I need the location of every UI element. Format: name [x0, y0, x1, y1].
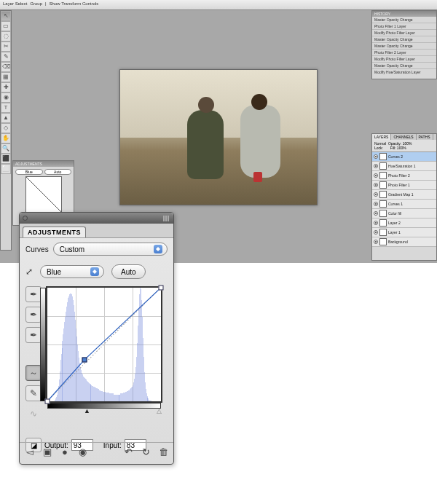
close-dot-icon[interactable]	[23, 216, 28, 221]
panel-grip-icon[interactable]	[31, 216, 173, 221]
tool-11[interactable]: ◇	[1, 123, 11, 133]
layer-row[interactable]: Hue/Saturation 1	[372, 162, 436, 171]
opt2[interactable]: Group	[30, 1, 42, 8]
panel-header[interactable]	[20, 213, 173, 224]
visibility-icon[interactable]: ◉	[76, 446, 88, 458]
visibility-icon[interactable]	[374, 240, 378, 244]
layer-name: Hue/Saturation 1	[388, 164, 416, 168]
tool-6[interactable]: ▦	[1, 72, 11, 82]
curves-label: Curves	[25, 245, 49, 253]
history-panel[interactable]: HISTORY Master Opacity ChangePhoto Filte…	[371, 10, 437, 79]
tool-13[interactable]: 🔍	[1, 143, 11, 154]
history-item[interactable]: Photo Filter 2 Layer	[372, 50, 436, 56]
fill-value[interactable]: Fill: 100%	[390, 146, 406, 150]
prev-state-icon[interactable]: ↶	[122, 446, 134, 458]
tool-2[interactable]: ◌	[1, 31, 11, 42]
preset-select[interactable]: Custom	[53, 243, 168, 256]
layer-row[interactable]: Curves 1	[372, 200, 436, 209]
tool-7[interactable]: ✚	[1, 82, 11, 92]
tab-paths[interactable]: PATHS	[417, 134, 433, 140]
history-item[interactable]: Modify Photo Filter Layer	[372, 30, 436, 36]
layer-thumb	[379, 153, 387, 160]
layer-row[interactable]: Layer 2	[372, 218, 436, 228]
tool-3[interactable]: ✂	[1, 42, 11, 52]
history-item[interactable]: Modify Hue/Saturation Layer	[372, 69, 436, 75]
curve-point[interactable]	[45, 399, 50, 404]
tab-channels[interactable]: CHANNELS	[391, 134, 416, 140]
layer-row[interactable]: Photo Filter 1	[372, 181, 436, 190]
mini-adj-title: ADJUSTMENTS	[13, 161, 74, 167]
visibility-icon[interactable]	[374, 154, 378, 159]
eyedropper-black-icon[interactable]: ✒	[25, 286, 42, 302]
mini-curve[interactable]	[25, 176, 62, 213]
tool-12[interactable]: ✋	[1, 133, 11, 143]
eyedropper-white-icon[interactable]: ✒	[25, 327, 42, 343]
layer-row[interactable]: Layer 1	[372, 228, 436, 237]
mini-auto[interactable]: Auto	[44, 169, 72, 175]
tool-9[interactable]: T	[1, 103, 11, 113]
visibility-icon[interactable]	[374, 183, 378, 187]
layers-panel[interactable]: LAYERS CHANNELS PATHS Normal Opacity: 10…	[371, 133, 437, 261]
mini-channel[interactable]: Blue	[15, 169, 43, 175]
targeted-adjust-icon[interactable]: ⤢	[25, 267, 33, 277]
layer-row[interactable]: Photo Filter 2	[372, 171, 436, 181]
layer-name: Curves 1	[388, 202, 403, 206]
layer-row[interactable]: Color fill	[372, 209, 436, 218]
panel-footer: ◅ ▣ ● ◉ ↶ ↻ 🗑	[20, 442, 173, 461]
channel-select[interactable]: Blue	[40, 265, 104, 278]
visibility-icon[interactable]	[374, 221, 378, 225]
expand-icon[interactable]: ▣	[42, 446, 53, 458]
auto-button[interactable]: Auto	[111, 264, 146, 279]
chevron-updown-icon	[154, 245, 162, 253]
curve-point[interactable]	[159, 286, 164, 291]
curve-point[interactable]	[82, 358, 87, 363]
layer-row[interactable]: Gradient Map 1	[372, 190, 436, 200]
history-item[interactable]: Master Opacity Change	[372, 17, 436, 23]
layer-row[interactable]: Curves 2	[372, 152, 436, 162]
layer-name: Background	[388, 240, 408, 244]
opt3[interactable]: Show Transform Controls	[50, 1, 99, 8]
tab-adjustments[interactable]: ADJUSTMENTS	[23, 227, 86, 237]
back-arrow-icon[interactable]: ◅	[24, 446, 36, 458]
visibility-icon[interactable]	[374, 173, 378, 178]
visibility-icon[interactable]	[374, 211, 378, 216]
tool-15[interactable]: ⬜	[1, 164, 11, 174]
layer-thumb	[379, 191, 387, 198]
highlight-slider-icon[interactable]: △	[157, 407, 162, 414]
tool-0[interactable]: ↖	[1, 11, 11, 21]
tool-14[interactable]: ⬛	[1, 154, 11, 164]
visibility-icon[interactable]	[374, 230, 378, 235]
layer-name: Photo Filter 1	[388, 183, 410, 187]
visibility-icon[interactable]	[374, 202, 378, 206]
history-item[interactable]: Master Opacity Change	[372, 43, 436, 50]
tool-5[interactable]: ⌫	[1, 62, 11, 72]
layer-name: Photo Filter 2	[388, 173, 410, 178]
history-item[interactable]: Master Opacity Change	[372, 36, 436, 43]
adjustments-panel[interactable]: ADJUSTMENTS Curves Custom ⤢ Blue Auto ✒ …	[19, 212, 174, 465]
tool-4[interactable]: ✎	[1, 52, 11, 62]
shadow-slider-icon[interactable]: ▲	[84, 407, 90, 414]
layer-row[interactable]: Background	[372, 237, 436, 247]
tool-8[interactable]: ◉	[1, 92, 11, 103]
clip-layer-icon[interactable]: ●	[59, 446, 71, 458]
pencil-tool-icon[interactable]: ✎	[25, 385, 42, 401]
visibility-icon[interactable]	[374, 192, 378, 197]
opt1[interactable]: Layer Select	[3, 1, 27, 8]
curve-tool-icon[interactable]: ～	[25, 365, 42, 381]
eyedropper-gray-icon[interactable]: ✒	[25, 307, 42, 323]
tool-10[interactable]: ▲	[1, 113, 11, 123]
layer-name: Curves 2	[388, 154, 403, 159]
layer-name: Layer 2	[388, 221, 401, 225]
tab-layers[interactable]: LAYERS	[372, 134, 391, 140]
history-item[interactable]: Modify Photo Filter Layer	[372, 56, 436, 63]
layer-name: Layer 1	[388, 230, 401, 235]
curves-graph[interactable]: ▲ △	[46, 286, 162, 403]
reset-icon[interactable]: ↻	[140, 446, 151, 458]
layer-thumb	[379, 210, 387, 217]
canvas[interactable]	[119, 69, 318, 205]
trash-icon[interactable]: 🗑	[157, 446, 169, 458]
tool-1[interactable]: ▭	[1, 21, 11, 31]
history-item[interactable]: Master Opacity Change	[372, 63, 436, 69]
history-item[interactable]: Photo Filter 1 Layer	[372, 23, 436, 30]
visibility-icon[interactable]	[374, 164, 378, 168]
